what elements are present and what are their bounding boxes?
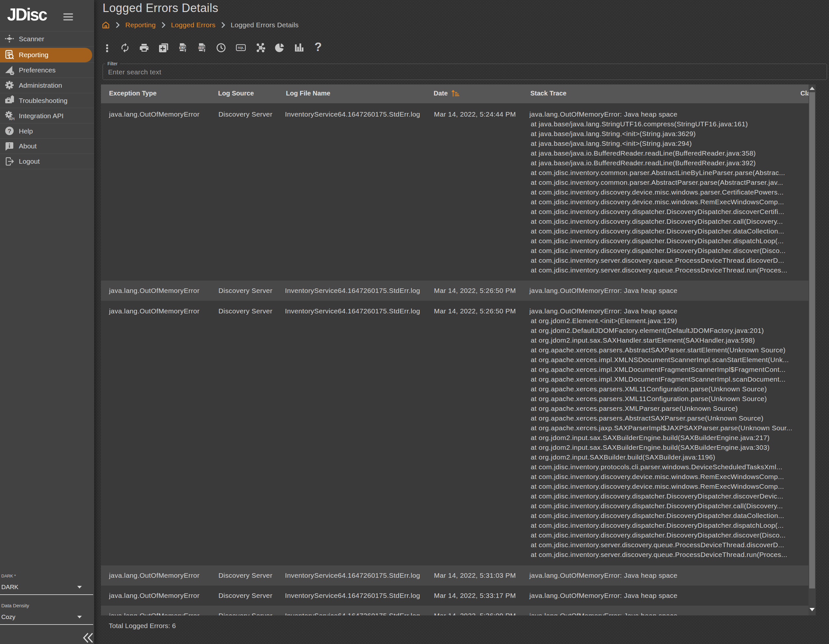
svg-text:?: ? [8,128,11,134]
svg-text:XLS: XLS [180,46,185,49]
svg-text:API: API [9,117,15,121]
svg-text:CSV: CSV [199,46,204,49]
svg-text:SQL: SQL [238,46,244,49]
